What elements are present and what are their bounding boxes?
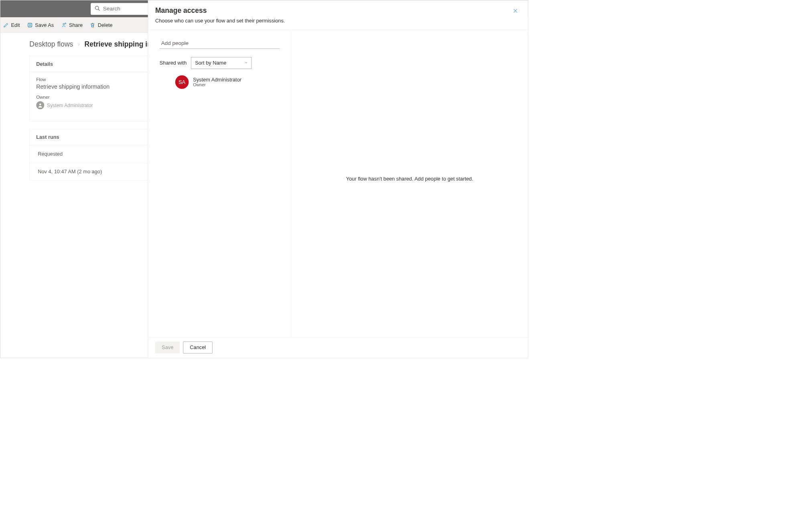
person-name: System Administrator	[193, 77, 241, 83]
svg-point-4	[65, 23, 66, 24]
panel-title: Manage access	[155, 6, 285, 14]
sort-dropdown[interactable]: Sort by Name	[191, 57, 252, 69]
empty-state-message: Your flow hasn't been shared. Add people…	[346, 176, 473, 182]
delete-button[interactable]: Delete	[90, 22, 113, 28]
owner-name: System Administrator	[47, 102, 93, 108]
save-as-button[interactable]: Save As	[27, 22, 54, 28]
svg-line-1	[98, 9, 100, 11]
save-as-label: Save As	[35, 22, 54, 28]
panel-right-column: Your flow hasn't been shared. Add people…	[291, 30, 528, 337]
svg-rect-2	[28, 23, 32, 27]
share-button[interactable]: Share	[61, 22, 83, 28]
save-button[interactable]: Save	[155, 341, 180, 353]
manage-access-panel: Manage access Choose who can use your fl…	[148, 0, 528, 358]
shared-with-label: Shared with	[160, 60, 187, 66]
edit-label: Edit	[11, 22, 20, 28]
avatar: SA	[175, 75, 189, 89]
chevron-down-icon	[244, 60, 248, 66]
person-role: Owner	[193, 83, 241, 87]
person-icon	[36, 101, 44, 109]
add-people-input[interactable]	[160, 38, 280, 49]
breadcrumb-parent[interactable]: Desktop flows	[29, 40, 73, 49]
panel-subtitle: Choose who can use your flow and set the…	[155, 18, 285, 24]
panel-left-column: Shared with Sort by Name SA System Admin…	[148, 30, 291, 337]
svg-point-3	[63, 23, 65, 25]
close-button[interactable]	[512, 8, 518, 15]
close-icon	[512, 10, 518, 15]
search-icon	[95, 5, 101, 12]
cancel-button[interactable]: Cancel	[183, 341, 213, 353]
delete-label: Delete	[98, 22, 113, 28]
svg-point-0	[95, 6, 99, 10]
chevron-right-icon	[77, 40, 81, 49]
edit-button[interactable]: Edit	[3, 22, 20, 28]
share-label: Share	[69, 22, 83, 28]
shared-person-row[interactable]: SA System Administrator Owner	[175, 75, 280, 89]
panel-footer: Save Cancel	[148, 337, 528, 358]
sort-selected-value: Sort by Name	[195, 60, 226, 66]
svg-point-7	[39, 104, 41, 105]
